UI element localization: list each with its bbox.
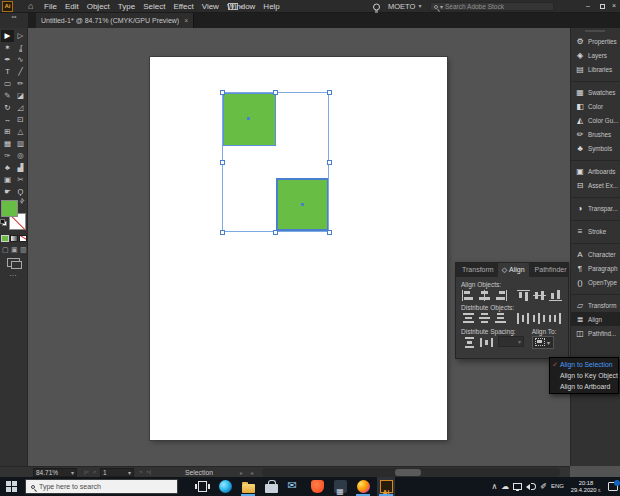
direct-selection-tool[interactable]: ▷	[14, 30, 27, 42]
onedrive-cloud-icon[interactable]: ☁	[501, 477, 509, 496]
line-segment-tool[interactable]: ╱	[14, 66, 27, 78]
taskbar-illustrator[interactable]	[377, 477, 395, 496]
menu-select[interactable]: Select	[139, 0, 169, 13]
tab-pathfinder[interactable]: Pathfinder	[529, 263, 571, 277]
dock-item-asset-export[interactable]: ⊟ Asset Ex...	[571, 178, 620, 192]
type-tool[interactable]: T	[1, 66, 14, 78]
column-graph-tool[interactable]: ▟	[14, 162, 27, 174]
selection-handle[interactable]	[327, 230, 332, 235]
gradient-mode-button[interactable]	[10, 235, 18, 242]
toolbar-gripper[interactable]: ••	[0, 13, 28, 28]
menu-edit[interactable]: Edit	[61, 0, 83, 13]
horizontal-align-right-button[interactable]	[493, 289, 508, 302]
horizontal-align-left-button[interactable]	[461, 289, 476, 302]
taskbar-file-explorer[interactable]	[239, 477, 257, 496]
horizontal-scrollbar[interactable]	[262, 468, 560, 477]
edit-toolbar-button[interactable]: …	[9, 269, 18, 278]
menu-type[interactable]: Type	[114, 0, 139, 13]
dock-item-transform[interactable]: ▱ Transform	[571, 298, 620, 312]
selection-handle[interactable]	[327, 160, 332, 165]
none-mode-button[interactable]	[19, 235, 27, 242]
shaper-tool[interactable]: ✎	[1, 90, 14, 102]
dock-item-symbols[interactable]: ♣ Symbols	[571, 141, 620, 155]
dock-item-artboards[interactable]: ▣ Artboards	[571, 164, 620, 178]
horizontal-distribute-left-button[interactable]	[516, 312, 531, 325]
perspective-grid-tool[interactable]: △	[14, 126, 27, 138]
horizontal-distribute-right-button[interactable]	[548, 312, 563, 325]
last-artboard-button[interactable]: >|	[146, 469, 151, 475]
arrange-documents-button[interactable]: ▾	[228, 3, 243, 10]
free-transform-tool[interactable]: ⊡	[14, 114, 27, 126]
dock-item-pathfinder[interactable]: ◫ Pathfind...	[571, 326, 620, 340]
canvas-area[interactable]: ▾	[28, 28, 570, 466]
vertical-distribute-top-button[interactable]	[461, 312, 476, 325]
document-tab[interactable]: Untitled-1* @ 84.71% (CMYK/GPU Preview) …	[36, 13, 194, 28]
dock-item-character[interactable]: A Character	[571, 247, 620, 261]
menu-help[interactable]: Help	[259, 0, 283, 13]
menu-item-align-to-key-object[interactable]: Align to Key Object	[550, 370, 618, 381]
paintbrush-tool[interactable]: ✏	[14, 78, 27, 90]
horizontal-distribute-space-button[interactable]	[478, 336, 494, 349]
home-icon[interactable]: ⌂	[28, 0, 33, 13]
menu-item-align-to-artboard[interactable]: Align to Artboard	[550, 381, 618, 392]
taskbar-edge[interactable]	[216, 477, 234, 496]
dock-item-swatches[interactable]: ▦ Swatches	[571, 85, 620, 99]
draw-inside-button[interactable]: ▥	[20, 246, 27, 254]
menu-file[interactable]: File	[40, 0, 61, 13]
dock-item-opentype[interactable]: () OpenType	[571, 275, 620, 289]
dock-item-paragraph[interactable]: ¶ Paragraph	[571, 261, 620, 275]
language-indicator[interactable]: ENG	[551, 477, 564, 496]
color-mode-button[interactable]	[1, 235, 9, 242]
selection-handle[interactable]	[273, 90, 278, 95]
artboard-navigation-select[interactable]: 1 ▾	[100, 468, 134, 477]
dock-item-properties[interactable]: ⚙ Properties	[571, 34, 620, 48]
tab-align[interactable]: ◇Align	[498, 263, 529, 277]
taskbar-store[interactable]	[262, 477, 280, 496]
menu-view[interactable]: View	[198, 0, 223, 13]
network-icon[interactable]	[513, 483, 522, 490]
rotate-tool[interactable]: ↻	[1, 102, 14, 114]
dock-item-transparency[interactable]: ◑ Transpar...	[571, 201, 620, 215]
taskbar-mail[interactable]	[285, 477, 303, 496]
vertical-distribute-bottom-button[interactable]	[493, 312, 508, 325]
mesh-tool[interactable]: ▦	[1, 138, 14, 150]
selection-handle[interactable]	[220, 90, 225, 95]
adobe-stock-search-input[interactable]: ▾ Search Adobe Stock	[430, 2, 554, 11]
vertical-align-top-button[interactable]	[516, 289, 531, 302]
dock-item-libraries[interactable]: ▤ Libraries	[571, 62, 620, 76]
horizontal-distribute-center-button[interactable]	[532, 312, 547, 325]
close-button[interactable]: ×	[608, 0, 620, 12]
blend-tool[interactable]: ◎	[14, 150, 27, 162]
dock-item-align[interactable]: ≣ Align	[571, 312, 620, 326]
eyedropper-tool[interactable]: ✑	[1, 150, 14, 162]
dock-item-color-guide[interactable]: ◭ Color Gu...	[571, 113, 620, 127]
menu-item-align-to-selection[interactable]: ✓ Align to Selection	[550, 359, 618, 370]
workspace-switcher[interactable]: MOETO ▾	[388, 0, 421, 13]
pen-settings-icon[interactable]: ✐	[540, 477, 547, 496]
pen-tool[interactable]: ✒	[1, 54, 14, 66]
zoom-level-select[interactable]: 84.71% ▾	[33, 468, 77, 477]
action-center-icon[interactable]	[608, 482, 618, 491]
change-screen-mode-button[interactable]	[7, 258, 20, 267]
gradient-tool[interactable]: ▥	[14, 138, 27, 150]
magic-wand-tool[interactable]: ✶	[1, 42, 14, 54]
scroll-left-icon[interactable]: ◂	[250, 469, 253, 476]
minimize-button[interactable]: –	[582, 0, 594, 12]
taskbar-calculator[interactable]	[331, 477, 349, 496]
taskbar-brave[interactable]	[308, 477, 326, 496]
eraser-tool[interactable]: ◪	[14, 90, 27, 102]
horizontal-scrollbar-thumb[interactable]	[395, 469, 421, 476]
show-hidden-icons-chevron[interactable]: ∧	[491, 477, 497, 496]
taskbar-task-view[interactable]	[193, 477, 211, 496]
draw-normal-button[interactable]: ▢	[2, 246, 9, 254]
volume-icon[interactable]	[526, 482, 536, 491]
horizontal-align-center-button[interactable]	[477, 289, 492, 302]
selection-tool[interactable]: ▶	[1, 30, 14, 42]
vertical-distribute-center-button[interactable]	[477, 312, 492, 325]
curvature-tool[interactable]: ∿	[14, 54, 27, 66]
first-artboard-button[interactable]: |<	[84, 469, 89, 475]
width-tool[interactable]: ↔	[1, 114, 14, 126]
scale-tool[interactable]: ◿	[14, 102, 27, 114]
menu-object[interactable]: Object	[83, 0, 114, 13]
clock[interactable]: 20:18 29.4.2020 г.	[568, 480, 604, 493]
